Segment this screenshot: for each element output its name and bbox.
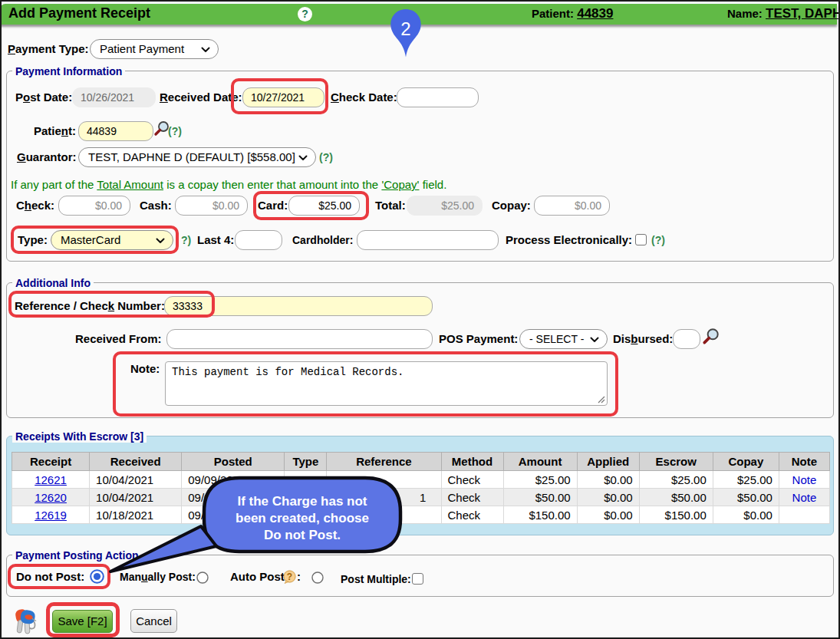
svg-text:been created, choose: been created, choose (236, 511, 369, 525)
svg-text:2: 2 (400, 18, 410, 39)
svg-text:Do not Post.: Do not Post. (264, 528, 341, 542)
svg-text:If the Charge has not: If the Charge has not (237, 494, 367, 509)
